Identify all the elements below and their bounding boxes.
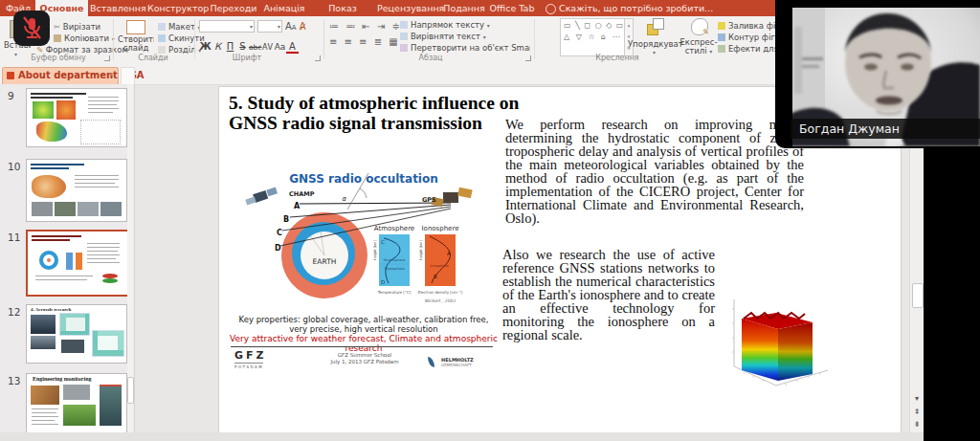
tab-office-tab[interactable]: Office Tab: [488, 0, 536, 16]
tab-design[interactable]: Конструктор: [147, 0, 207, 16]
paragraph-align-buttons[interactable]: ≡ ≡ ≡ ≣ ▦: [329, 36, 400, 47]
close-tab-icon[interactable]: ×: [107, 70, 115, 79]
text-shadow-button[interactable]: abc: [249, 43, 261, 52]
tell-me-bulb-icon: [546, 4, 556, 14]
tab-slideshow[interactable]: Показ слайдів: [310, 0, 375, 16]
next-slide-button[interactable]: ⇟: [910, 420, 924, 429]
participant-video-tile[interactable]: Богдан Джуман: [775, 0, 980, 148]
helmholtz-subtext: GEMEINSCHAFT: [441, 363, 474, 367]
tab-insert[interactable]: Вставлення: [90, 0, 145, 16]
slide-title[interactable]: 5. Study of atmospheric influence on GNS…: [229, 93, 535, 133]
ionosphere-3d-plot: [721, 290, 834, 393]
earth-label: EARTH: [313, 257, 337, 266]
slide-paragraph-2[interactable]: Also we research the use of active refer…: [502, 248, 715, 342]
photo: [100, 202, 122, 216]
slide-thumbnail-9[interactable]: [26, 88, 127, 147]
new-document-tab-stub[interactable]: [121, 67, 135, 85]
curve-d-label: D: [381, 279, 385, 285]
gfz-logo-subtext: POTSDAM: [234, 364, 267, 369]
thumbnail-title: Engineering monitoring: [33, 376, 92, 382]
shapes-gallery[interactable]: ▭ ╲ ◻ ○ ◇ ▭ △ ▽ ☆ ⌂ ⋯: [560, 18, 626, 56]
dialog-launcher-icon[interactable]: [315, 55, 321, 61]
ray-label-a: A: [294, 202, 301, 210]
earth-diagram-mini: [39, 251, 58, 270]
heatmap-blob: [32, 175, 66, 198]
slide-thumbnail-13[interactable]: Engineering monitoring: [26, 373, 127, 434]
slide-thumbnail-12[interactable]: 4. Aerosols research: [26, 304, 127, 364]
champ-satellite-icon: [245, 187, 278, 206]
photo: [61, 340, 84, 353]
ion-y-axis-label: Height [km]: [419, 240, 423, 260]
arrange-icon: [647, 18, 664, 35]
ray-label-b: B: [283, 215, 289, 224]
slide-paragraph-1[interactable]: We perform research on improving model d…: [505, 118, 804, 225]
dialog-launcher-icon[interactable]: [104, 55, 110, 61]
text-direction-button[interactable]: Напрямок тексту ▾: [400, 20, 530, 30]
slide-number: 11: [8, 232, 20, 243]
layout-icon: [158, 23, 166, 31]
change-case-button[interactable]: Аа: [274, 42, 286, 52]
shapes-row-1: ▭ ╲ ◻ ○ ◇ ▭: [561, 19, 625, 30]
drawing-group-label: Креслення: [584, 54, 651, 62]
font-format-buttons: ЖКПSabcАVАаА: [199, 35, 299, 54]
scroll-down-button[interactable]: ▾: [910, 394, 924, 403]
thumbnail-title: 4. Aerosols research: [31, 307, 71, 312]
dialog-launcher-icon[interactable]: [525, 55, 531, 61]
curve-b-label: B: [434, 274, 437, 279]
tab-transitions[interactable]: Переходи: [209, 0, 258, 16]
underline-button[interactable]: П: [224, 41, 236, 52]
shapes-gallery-scroll[interactable]: ▴▾≡: [624, 18, 634, 56]
font-name-select[interactable]: ▾: [199, 20, 255, 33]
cut-button[interactable]: ✂ Вирізати: [54, 22, 100, 32]
figure-title: GNSS radio occultation: [289, 172, 438, 186]
clipboard-group-label: Буфер обміну: [17, 54, 100, 62]
muted-mic-icon: [13, 11, 50, 46]
previous-slide-button[interactable]: ⇞: [910, 408, 924, 416]
tell-me-box[interactable]: Скажіть, що потрібно зробити...: [559, 0, 741, 16]
font-color-button[interactable]: А: [286, 41, 299, 54]
font-size-select[interactable]: ▾: [257, 20, 282, 33]
atm-x-axis-label: Temperature [°C]: [377, 290, 412, 295]
slide-number: 12: [8, 306, 20, 318]
slide-thumbnail-10[interactable]: [26, 159, 127, 222]
tab-review[interactable]: Рецензування: [377, 0, 440, 16]
align-text-icon: [400, 33, 408, 40]
copy-button[interactable]: Копіювати ▾: [54, 33, 115, 43]
paragraph-list-buttons[interactable]: ≔ ≕ ⇤ ⇥ ≑: [329, 21, 402, 32]
photo: [100, 385, 122, 426]
gnss-occultation-figure[interactable]: GNSS radio occultation EARTH α A B C D C…: [234, 169, 495, 315]
shape-effects-icon: [718, 45, 725, 53]
character-spacing-button[interactable]: АV: [261, 43, 274, 52]
photo: [31, 336, 56, 349]
smartart-convert-button[interactable]: Перетворити на об'єкт SmartArt: [400, 43, 530, 53]
grow-shrink-font-buttons[interactable]: АА А̷: [285, 21, 306, 32]
quick-styles-button-line2[interactable]: стилі ▾: [676, 46, 722, 55]
reset-icon: [158, 34, 166, 42]
footer-center-text: GFZ Summer School July 1, 2013 GFZ Potsd…: [307, 352, 422, 365]
ray-label-d: D: [275, 244, 281, 253]
strikethrough-button[interactable]: S: [236, 41, 249, 52]
reset-button[interactable]: Скинути: [158, 33, 205, 43]
muted-microphone-indicator[interactable]: [13, 11, 50, 46]
champ-label: CHAMP: [289, 190, 315, 198]
align-text-button[interactable]: Вирівняти текст ▾: [400, 32, 530, 41]
ion-x-axis-label: Electron density [cm⁻³]: [418, 290, 463, 295]
italic-button[interactable]: К: [212, 41, 224, 52]
sidebar-scrollbar-thumb[interactable]: [127, 377, 134, 404]
bold-button[interactable]: Ж: [199, 41, 212, 52]
slide-number: 13: [8, 375, 20, 386]
map-blob: [33, 101, 54, 119]
plot-front-face: [742, 319, 778, 381]
layered-disc-green: [102, 278, 118, 283]
troposphere-label: Troposphere: [383, 267, 404, 271]
sidebar-scrollbar[interactable]: [127, 84, 133, 441]
section-icon: [158, 46, 166, 54]
scrollbar-thumb[interactable]: [912, 283, 924, 308]
document-tab[interactable]: About department HGA ×: [2, 67, 119, 85]
helmholtz-logo: HELMHOLTZ GEMEINSCHAFT: [428, 352, 474, 370]
slide-thumbnail-11-selected[interactable]: [26, 230, 129, 297]
key-properties-text: Key properties: global coverage, all-wea…: [236, 315, 491, 334]
photo: [55, 202, 76, 216]
tab-animations[interactable]: Анімація: [260, 0, 308, 16]
tab-view[interactable]: Подання: [442, 0, 486, 16]
